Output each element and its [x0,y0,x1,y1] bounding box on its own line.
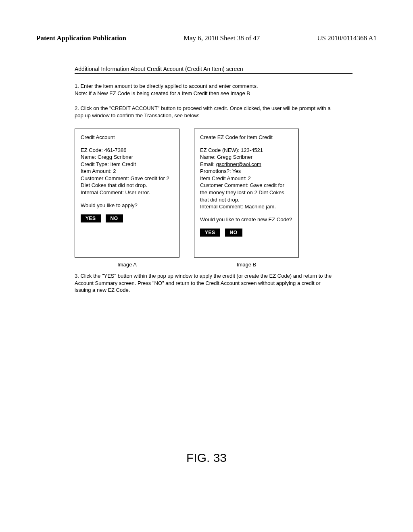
dialog-b-caption: Image B [237,262,256,268]
dialog-a-box: Credit Account EZ Code: 461-7386 Name: G… [75,129,179,258]
section-title: Additional Information About Credit Acco… [75,66,353,72]
header-right: US 2010/0114368 A1 [317,34,377,42]
dialog-a-caption: Image A [117,262,137,268]
step-2: 2. Click on the "CREDIT ACCOUNT" button … [75,105,333,119]
dialog-b-details: EZ Code (NEW): 123-4521 Name: Gregg Scri… [200,147,293,210]
page-header: Patent Application Publication May 6, 20… [36,34,377,42]
dialog-b-ez: EZ Code (NEW): 123-4521 [200,147,263,153]
dialog-a-yes-button[interactable]: YES [81,214,101,222]
dialogs-row: Credit Account EZ Code: 461-7386 Name: G… [75,129,353,268]
dialog-b-email-label: Email: [200,161,216,167]
dialog-b-prompt: Would you like to create new EZ Code? [200,216,293,223]
dialog-b-yes-button[interactable]: YES [200,229,220,237]
dialog-a-details: EZ Code: 461-7386 Name: Gregg Scribner C… [81,147,173,196]
step-1-line-b: Note: If a New EZ Code is being created … [75,90,250,96]
dialog-b-body: EZ Code (NEW): 123-4521 Name: Gregg Scri… [200,147,293,237]
dialog-b-title: Create EZ Code for Item Credit [200,134,293,141]
dialog-b-amount: Item Credit Amount: 2 [200,175,251,181]
dialog-b-cust: Customer Comment: Gave credit for the mo… [200,182,284,202]
dialog-b-promo: Promotions?: Yes [200,168,241,174]
header-left: Patent Application Publication [36,34,126,42]
header-center: May 6, 2010 Sheet 38 of 47 [184,34,260,42]
step-3: 3. Click the "YES" button within the pop… [75,272,333,294]
step-1: 1. Enter the item amount to be directly … [75,83,333,97]
dialog-a-buttons: YES NO [81,214,173,222]
dialog-b-buttons: YES NO [200,229,293,237]
dialog-a-col: Credit Account EZ Code: 461-7386 Name: G… [75,129,179,268]
dialog-a-ctype: Credit Type: Item Credit [81,161,136,167]
dialog-a-amount: Item Amount: 2 [81,168,116,174]
dialog-a-cust: Customer Comment: Gave credit for 2 Diet… [81,175,169,189]
dialog-a-title: Credit Account [81,134,173,141]
page-container: Patent Application Publication May 6, 20… [0,0,413,489]
dialog-a-name: Name: Gregg Scribner [81,154,133,160]
dialog-b-col: Create EZ Code for Item Credit EZ Code (… [194,129,299,268]
dialog-a-prompt: Would you like to apply? [81,202,173,209]
dialog-a-body: EZ Code: 461-7386 Name: Gregg Scribner C… [81,147,173,222]
content-wrap: Additional Information About Credit Acco… [36,66,377,294]
dialog-b-name: Name: Gregg Scribner [200,154,252,160]
step-1-line-a: 1. Enter the item amount to be directly … [75,83,258,89]
dialog-a-internal: Internal Comment: User error. [81,189,150,195]
dialog-a-no-button[interactable]: NO [106,214,123,222]
dialog-b-email-value: gscribner@aol.com [216,161,261,167]
dialog-b-internal: Internal Comment: Machine jam. [200,204,276,210]
dialog-a-ez: EZ Code: 461-7386 [81,147,126,153]
figure-label: FIG. 33 [36,451,377,465]
section-underline [75,73,353,74]
dialog-b-no-button[interactable]: NO [225,229,242,237]
dialog-b-box: Create EZ Code for Item Credit EZ Code (… [194,129,299,258]
